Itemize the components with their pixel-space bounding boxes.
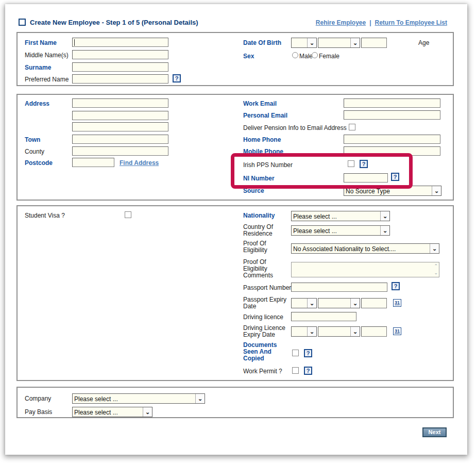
scroll-up-icon[interactable]: ⌃ (434, 264, 438, 269)
passport-number-input[interactable] (291, 283, 387, 292)
postcode-label: Postcode (25, 160, 53, 167)
nationality-select[interactable]: Please select ... ⌄ (291, 211, 390, 221)
section-collapse-checkbox[interactable] (19, 19, 26, 26)
driving-licence-expiry-label: Driving Licence Expiry Date (243, 325, 291, 338)
postcode-input[interactable] (72, 158, 114, 167)
section-company: Company Please select ... ⌄ Pay Basis Pl… (16, 387, 454, 418)
irish-pps-help-icon[interactable]: ? (360, 160, 368, 168)
first-name-input[interactable] (72, 38, 168, 47)
dob-month-select[interactable]: ⌄ (318, 38, 360, 48)
work-permit-label: Work Permit ? (243, 368, 282, 375)
passport-expiry-label: Passport Expiry Date (243, 296, 291, 310)
passport-expiry-month-value (318, 299, 350, 308)
work-permit-help-icon[interactable]: ? (304, 367, 312, 375)
rehire-employee-link[interactable]: Rehire Employee (316, 19, 366, 26)
mobile-phone-input[interactable] (344, 146, 440, 156)
poe-comments-textarea[interactable]: ⌃ ⌄ (291, 262, 439, 277)
surname-label: Surname (25, 64, 51, 71)
passport-expiry-calendar-icon[interactable]: 31 (393, 299, 401, 307)
chevron-down-icon: ⌄ (430, 244, 439, 253)
page-title: Create New Employee - Step 1 of 5 (Perso… (30, 19, 198, 26)
documents-seen-label: Documents Seen And Copied (243, 342, 284, 362)
address-line1-input[interactable] (72, 98, 168, 108)
return-to-employee-list-link[interactable]: Return To Employee List (375, 19, 447, 26)
sex-label: Sex (243, 53, 254, 60)
ni-number-help-icon[interactable]: ? (391, 173, 399, 181)
passport-expiry-year-input[interactable] (361, 298, 387, 308)
surname-input[interactable] (72, 62, 168, 72)
chevron-down-icon: ⌄ (307, 327, 316, 336)
driving-licence-expiry-calendar-icon[interactable]: 31 (393, 327, 401, 335)
proof-of-eligibility-select-value: No Associated Nationality to Select.... (292, 244, 430, 253)
company-select[interactable]: Please select ... ⌄ (72, 393, 205, 404)
dob-year-input[interactable] (361, 38, 387, 48)
section-personal-details: First Name Middle Name(s) Surname Prefer… (16, 32, 454, 86)
irish-pps-checkbox[interactable] (348, 160, 354, 167)
dob-day-select[interactable]: ⌄ (291, 38, 317, 48)
country-of-residence-select[interactable]: Please select ... ⌄ (291, 225, 390, 236)
section-eligibility: Student Visa ? Nationality Please select… (16, 205, 454, 381)
middle-name-input[interactable] (72, 50, 168, 59)
personal-email-label: Personal Email (243, 112, 287, 119)
link-separator: | (369, 19, 371, 26)
passport-expiry-day-select[interactable]: ⌄ (291, 298, 317, 308)
country-of-residence-label: Country Of Residence (243, 224, 283, 237)
ni-number-label: NI Number (243, 175, 275, 182)
driving-licence-expiry-year-input[interactable] (361, 326, 387, 337)
source-select-value: No Source Type (344, 186, 432, 195)
find-address-link[interactable]: Find Address (120, 159, 159, 167)
sex-female-radio[interactable] (312, 52, 318, 58)
county-input[interactable] (72, 146, 168, 156)
dob-month-value (318, 38, 350, 47)
passport-expiry-day-value (292, 299, 307, 308)
pension-info-checkbox[interactable] (349, 124, 355, 130)
pay-basis-select-value: Please select ... (73, 407, 143, 417)
company-select-value: Please select ... (73, 394, 195, 403)
dob-day-value (292, 38, 307, 47)
chevron-down-icon: ⌄ (143, 407, 152, 417)
section-contact-details: Address Town County Postcode Find Addres… (16, 94, 454, 201)
driving-licence-expiry-day-value (292, 327, 307, 336)
address-label: Address (25, 101, 49, 107)
passport-number-help-icon[interactable]: ? (392, 282, 400, 290)
preferred-name-help-icon[interactable]: ? (173, 74, 181, 82)
chevron-down-icon: ⌄ (350, 38, 360, 47)
next-button[interactable]: Next (422, 427, 447, 437)
sex-male-radio[interactable] (292, 52, 298, 58)
source-label: Source (243, 188, 264, 194)
preferred-name-input[interactable] (72, 74, 168, 84)
address-line3-input[interactable] (72, 122, 168, 131)
driving-licence-expiry-day-select[interactable]: ⌄ (291, 326, 317, 337)
driving-licence-label: Driving licence (243, 314, 283, 321)
home-phone-input[interactable] (344, 135, 440, 144)
pension-info-label: Deliver Pension Info to Email Address (243, 125, 347, 131)
work-email-label: Work Email (243, 101, 277, 107)
irish-pps-label: Irish PPS Number (243, 162, 293, 169)
scroll-down-icon[interactable]: ⌄ (434, 271, 438, 275)
chevron-down-icon: ⌄ (380, 211, 389, 221)
header-links: Rehire Employee | Return To Employee Lis… (316, 19, 447, 26)
work-permit-checkbox[interactable] (292, 367, 299, 374)
nationality-select-value: Please select ... (292, 211, 380, 221)
chevron-down-icon: ⌄ (432, 186, 441, 195)
student-visa-label: Student Visa ? (25, 212, 65, 219)
passport-expiry-month-select[interactable]: ⌄ (318, 298, 360, 308)
proof-of-eligibility-select[interactable]: No Associated Nationality to Select.... … (291, 243, 439, 254)
personal-email-input[interactable] (344, 110, 440, 120)
documents-seen-checkbox[interactable] (292, 350, 299, 356)
proof-of-eligibility-label: Proof Of Eligibility (243, 240, 278, 254)
work-email-input[interactable] (344, 98, 440, 108)
pay-basis-select[interactable]: Please select ... ⌄ (72, 407, 152, 417)
student-visa-checkbox[interactable] (125, 211, 131, 218)
sex-male-label: Male (299, 53, 313, 60)
company-label: Company (25, 395, 51, 402)
documents-seen-help-icon[interactable]: ? (304, 349, 312, 357)
town-input[interactable] (72, 135, 168, 144)
chevron-down-icon: ⌄ (307, 38, 316, 47)
driving-licence-expiry-month-select[interactable]: ⌄ (318, 326, 360, 337)
source-select[interactable]: No Source Type ⌄ (344, 186, 441, 196)
address-line2-input[interactable] (72, 111, 168, 120)
driving-licence-input[interactable] (291, 312, 356, 321)
date-of-birth-label: Date Of Birth (243, 40, 281, 46)
ni-number-input[interactable] (344, 173, 388, 183)
